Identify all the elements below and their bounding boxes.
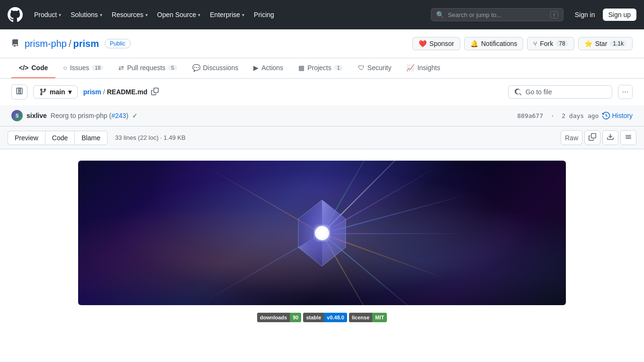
- license-badge-value: MIT: [372, 313, 387, 322]
- nav-pricing[interactable]: Pricing: [250, 8, 278, 21]
- check-icon: ✓: [132, 112, 138, 119]
- breadcrumb-slash: /: [103, 88, 105, 96]
- bell-icon: 🔔: [470, 40, 478, 47]
- sponsor-label: Sponsor: [429, 40, 454, 47]
- chevron-down-icon: ▾: [198, 12, 200, 18]
- nav-opensource-label: Open Source: [157, 11, 197, 18]
- repo-owner-link[interactable]: prism-php: [25, 38, 67, 49]
- commit-time: 2 days ago: [562, 112, 599, 119]
- nav-tab-security[interactable]: 🛡 Security: [350, 58, 399, 78]
- commit-pr-suffix: ): [126, 112, 128, 119]
- commit-author[interactable]: sixlive: [27, 112, 47, 119]
- commit-message: Reorg to prism-php (#243): [51, 112, 128, 119]
- nav-enterprise[interactable]: Enterprise ▾: [206, 8, 248, 21]
- nav-solutions[interactable]: Solutions ▾: [67, 8, 106, 21]
- nav-opensource[interactable]: Open Source ▾: [153, 8, 205, 21]
- tab-discussions-label: Discussions: [203, 64, 239, 72]
- commit-pr-link[interactable]: #243: [111, 112, 126, 119]
- go-to-file-label: Go to file: [526, 88, 552, 96]
- insights-icon: 📈: [406, 64, 414, 72]
- notifications-button[interactable]: 🔔 Notifications: [464, 37, 523, 50]
- file-actions: Raw: [561, 130, 636, 145]
- tab-blame[interactable]: Blame: [74, 131, 107, 145]
- signup-button[interactable]: Sign up: [603, 9, 636, 21]
- avatar: S: [11, 110, 23, 121]
- tab-security-label: Security: [367, 64, 392, 72]
- downloads-badge-value: 90: [290, 313, 301, 322]
- star-count: 1.1k: [610, 40, 626, 47]
- chevron-down-icon: ▾: [242, 12, 244, 18]
- copy-raw-button[interactable]: [584, 130, 600, 145]
- nav-solutions-label: Solutions: [71, 11, 98, 18]
- nav-tab-discussions[interactable]: 💬 Discussions: [185, 58, 246, 78]
- commit-hash-value: 889a677: [517, 112, 543, 119]
- chevron-down-icon: ▾: [100, 12, 102, 18]
- repo-header: prism-php / prism Public ❤️ Sponsor 🔔 No…: [0, 29, 644, 58]
- lines-button[interactable]: [620, 130, 636, 145]
- tab-issues-label: Issues: [70, 64, 89, 72]
- nav-resources[interactable]: Resources ▾: [108, 8, 152, 21]
- file-header: main ▾ prism / README.md Go to file ···: [0, 79, 644, 105]
- repo-nav: </> Code ○ Issues 18 ⇄ Pull requests 5 💬…: [0, 58, 644, 79]
- download-button[interactable]: [602, 130, 618, 145]
- search-box[interactable]: 🔍 Search or jump to... /: [431, 8, 564, 21]
- breadcrumb-filename: README.md: [107, 88, 148, 96]
- commit-message-text: Reorg to prism-php (: [51, 112, 111, 119]
- sidebar-toggle-button[interactable]: [11, 84, 27, 100]
- tab-code[interactable]: Code: [45, 131, 74, 145]
- fork-label: Fork: [540, 40, 553, 47]
- nav-tab-projects[interactable]: ▦ Projects 1: [291, 58, 350, 78]
- tab-projects-label: Projects: [307, 64, 331, 72]
- breadcrumb-separator: /: [69, 38, 72, 49]
- downloads-badge: downloads 90: [257, 313, 302, 322]
- pr-count: 5: [168, 65, 177, 71]
- go-to-file-box[interactable]: Go to file: [508, 85, 612, 99]
- chevron-down-icon: ▾: [59, 12, 61, 18]
- commit-hash: 889a677 · 2 days ago: [517, 112, 599, 119]
- projects-icon: ▦: [298, 64, 304, 72]
- breadcrumb: prism-php / prism: [25, 38, 99, 49]
- branch-selector[interactable]: main ▾: [33, 85, 78, 99]
- stable-badge-label: stable: [303, 313, 324, 322]
- search-icon: 🔍: [436, 11, 444, 18]
- tab-code-label: Code: [31, 64, 48, 72]
- nav-tab-code[interactable]: </> Code: [11, 58, 55, 78]
- repo-name-link[interactable]: prism: [73, 38, 98, 49]
- nav-tab-insights[interactable]: 📈 Insights: [399, 58, 447, 78]
- star-button[interactable]: ⭐ Star 1.1k: [578, 37, 633, 50]
- more-options-button[interactable]: ···: [618, 85, 633, 99]
- visibility-badge: Public: [105, 39, 131, 48]
- tab-preview[interactable]: Preview: [8, 131, 45, 145]
- signin-button[interactable]: Sign in: [571, 9, 599, 21]
- stable-badge: stable v0.48.0: [303, 313, 347, 322]
- header-search: 🔍 Search or jump to... /: [431, 8, 564, 21]
- nav-product-label: Product: [34, 11, 57, 18]
- crystal-svg: [284, 195, 360, 271]
- raw-button[interactable]: Raw: [561, 130, 582, 145]
- nav-tab-actions[interactable]: ▶ Actions: [246, 58, 291, 78]
- issues-count: 18: [92, 65, 103, 71]
- file-breadcrumb: prism / README.md: [83, 86, 161, 99]
- fork-icon: ⑂: [533, 40, 537, 47]
- search-placeholder: Search or jump to...: [448, 11, 501, 18]
- security-icon: 🛡: [358, 64, 365, 72]
- tab-pr-label: Pull requests: [127, 64, 165, 72]
- sponsor-button[interactable]: ❤️ Sponsor: [412, 37, 460, 50]
- fork-button[interactable]: ⑂ Fork 78: [527, 37, 574, 50]
- readme-content: downloads 90 stable v0.48.0 license MIT: [0, 149, 644, 334]
- chevron-down-icon: ▾: [68, 88, 72, 96]
- github-logo[interactable]: [8, 7, 23, 22]
- breadcrumb-repo-link[interactable]: prism: [83, 88, 101, 96]
- chevron-down-icon: ▾: [145, 12, 148, 18]
- nav-product[interactable]: Product ▾: [30, 8, 65, 21]
- history-link[interactable]: History: [602, 112, 633, 119]
- nav-tab-pullrequests[interactable]: ⇄ Pull requests 5: [111, 58, 184, 78]
- license-badge-label: license: [349, 313, 372, 322]
- repo-actions: ❤️ Sponsor 🔔 Notifications ⑂ Fork 78 ⭐ S…: [412, 37, 633, 50]
- main-header: Product ▾ Solutions ▾ Resources ▾ Open S…: [0, 0, 644, 29]
- downloads-badge-label: downloads: [257, 313, 290, 322]
- nav-tab-issues[interactable]: ○ Issues 18: [55, 58, 111, 78]
- readme-hero-image: [78, 161, 566, 305]
- license-badge: license MIT: [349, 313, 387, 322]
- copy-path-button[interactable]: [149, 86, 161, 99]
